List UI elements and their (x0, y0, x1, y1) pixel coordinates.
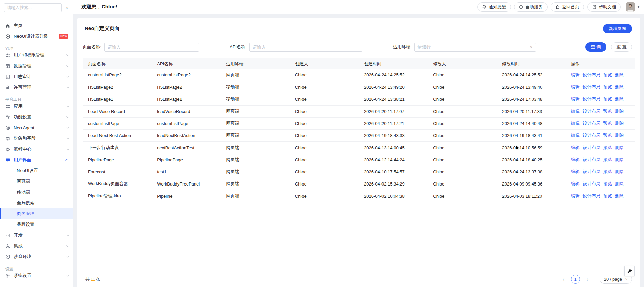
bell-button[interactable]: 通知提醒 (477, 2, 511, 12)
sidebar-item-code[interactable]: 开发 (0, 230, 73, 241)
action-link[interactable]: 设计布局 (583, 193, 600, 198)
action-link[interactable]: 编辑 (571, 181, 580, 186)
sidebar-item-sandbox[interactable]: 沙盒环境 (0, 251, 73, 262)
info-button[interactable]: 自助服务 (514, 2, 548, 12)
home-outline-button[interactable]: 返回首页 (551, 2, 584, 12)
action-link[interactable]: 编辑 (571, 121, 580, 126)
action-link[interactable]: 设计布局 (583, 109, 600, 114)
cell-text: PipelinePage (157, 157, 183, 162)
cell-text: Chloe (433, 157, 444, 162)
cell-created: 2026-04-12 14:44:24 (359, 154, 428, 166)
chevron-down-icon (66, 136, 69, 139)
sidebar-item-database[interactable]: 数据管理 (0, 60, 73, 71)
avatar-caret-icon[interactable]: ▾ (638, 5, 639, 9)
action-link[interactable]: 删除 (615, 121, 624, 126)
action-link[interactable]: 预览 (603, 169, 612, 174)
action-link[interactable]: 编辑 (571, 169, 580, 174)
sidebar-item-agent[interactable]: Neo Agent (0, 122, 73, 133)
cell-modified: 2026-04-09 09:45:36 (497, 178, 566, 190)
sidebar-subitem[interactable]: 网页端 (0, 176, 73, 187)
action-link[interactable]: 设计布局 (583, 84, 600, 89)
action-link[interactable]: 编辑 (571, 133, 580, 138)
sidebar-item-process[interactable]: 流程中心 (0, 144, 73, 155)
action-link[interactable]: 预览 (603, 84, 612, 89)
action-link[interactable]: 删除 (615, 169, 624, 174)
action-link[interactable]: 设计布局 (583, 169, 600, 174)
actions-cell: 编辑设计布局预览删除 (566, 129, 635, 141)
action-link[interactable]: 删除 (615, 109, 624, 114)
page-number[interactable]: 1 (571, 275, 580, 284)
topbar: 欢迎您，Chloe! 通知提醒自助服务返回首页帮助文档 ▾ (73, 0, 644, 14)
sidebar-subitem[interactable]: 页面管理 (0, 208, 73, 219)
cell-text: 2026-04-20 11:17:07 (364, 109, 404, 114)
cell-text: PipelinePage (88, 157, 114, 162)
action-link[interactable]: 编辑 (571, 109, 580, 114)
action-link[interactable]: 编辑 (571, 96, 580, 101)
action-link[interactable]: 删除 (615, 193, 624, 198)
action-link[interactable]: 删除 (615, 181, 624, 186)
sidebar-item-home[interactable]: 主页 (0, 20, 73, 31)
action-link[interactable]: 编辑 (571, 157, 580, 162)
action-link[interactable]: 删除 (615, 145, 624, 150)
doc-button[interactable]: 帮助文档 (587, 2, 621, 12)
reset-button[interactable]: 重 置 (611, 42, 632, 52)
sidebar-item-audit[interactable]: 日志审计 (0, 71, 73, 82)
action-link[interactable]: 预览 (603, 72, 612, 77)
cell-text: 网页端 (226, 157, 239, 162)
action-link[interactable]: 设计布局 (583, 133, 600, 138)
sidebar-subitem[interactable]: 品牌设置 (0, 219, 73, 230)
action-link[interactable]: 删除 (615, 72, 624, 77)
sidebar-subitem[interactable]: 移动端 (0, 187, 73, 198)
action-link[interactable]: 设计布局 (583, 145, 600, 150)
page-name-input[interactable] (104, 43, 199, 52)
sidebar-item-layers[interactable]: 对象和字段 (0, 133, 73, 144)
sidebar-item-target[interactable]: NeoUI设计器升级New (0, 31, 73, 42)
next-page-icon[interactable]: › (583, 276, 592, 282)
terminal-select[interactable]: 请选择 ∨ (414, 43, 536, 52)
user-avatar[interactable] (626, 2, 635, 12)
action-link[interactable]: 设计布局 (583, 121, 600, 126)
sidebar-item-license[interactable]: 许可管理 (0, 82, 73, 93)
action-link[interactable]: 预览 (603, 96, 612, 101)
api-name-input[interactable] (249, 43, 362, 52)
action-link[interactable]: 设计布局 (583, 181, 600, 186)
action-link[interactable]: 删除 (615, 157, 624, 162)
action-link[interactable]: 预览 (603, 133, 612, 138)
cell-text: 网页端 (226, 181, 239, 186)
action-link[interactable]: 设计布局 (583, 157, 600, 162)
action-link[interactable]: 删除 (615, 84, 624, 89)
cell-created: 2026-04-20 11:17:07 (359, 105, 428, 117)
card-header: Neo自定义页面 新增页面 (77, 18, 640, 39)
action-link[interactable]: 预览 (603, 145, 612, 150)
action-link[interactable]: 预览 (603, 181, 612, 186)
action-link[interactable]: 编辑 (571, 193, 580, 198)
sidebar-item-integration[interactable]: 集成 (0, 241, 73, 251)
action-link[interactable]: 删除 (615, 133, 624, 138)
add-page-button[interactable]: 新增页面 (603, 24, 632, 33)
sidebar-item-sliders[interactable]: 功能设置 (0, 112, 73, 122)
action-link[interactable]: 编辑 (571, 145, 580, 150)
sidebar-item-users[interactable]: 用户和权限管理 (0, 50, 73, 60)
action-link[interactable]: 预览 (603, 193, 612, 198)
action-link[interactable]: 删除 (615, 96, 624, 101)
action-link[interactable]: 编辑 (571, 84, 580, 89)
action-link[interactable]: 预览 (603, 121, 612, 126)
sidebar-subitem[interactable]: NeoUI设置 (0, 165, 73, 176)
action-link[interactable]: 预览 (603, 109, 612, 114)
action-link[interactable]: 设计布局 (583, 96, 600, 101)
action-link[interactable]: 预览 (603, 157, 612, 162)
action-link[interactable]: 设计布局 (583, 72, 600, 77)
sidebar-item-monitor[interactable]: 用户界面 (0, 155, 73, 165)
sidebar-item-gear[interactable]: 系统设置 (0, 270, 73, 281)
sidebar-search-input[interactable] (7, 5, 58, 10)
sidebar-subitem[interactable]: 全局搜索 (0, 198, 73, 208)
action-link[interactable]: 编辑 (571, 72, 580, 77)
actions-cell: 编辑设计布局预览删除 (566, 190, 635, 202)
cell-name: WorkBuddy页面容器 (83, 178, 152, 190)
table-settings-button[interactable] (624, 266, 635, 276)
sidebar-collapse-icon[interactable]: « (64, 5, 70, 11)
sidebar-item-apps[interactable]: 应用 (0, 101, 73, 112)
chevron-up-icon (65, 159, 68, 162)
search-button[interactable]: 查 询 (585, 42, 607, 52)
prev-page-icon[interactable]: ‹ (560, 276, 568, 282)
